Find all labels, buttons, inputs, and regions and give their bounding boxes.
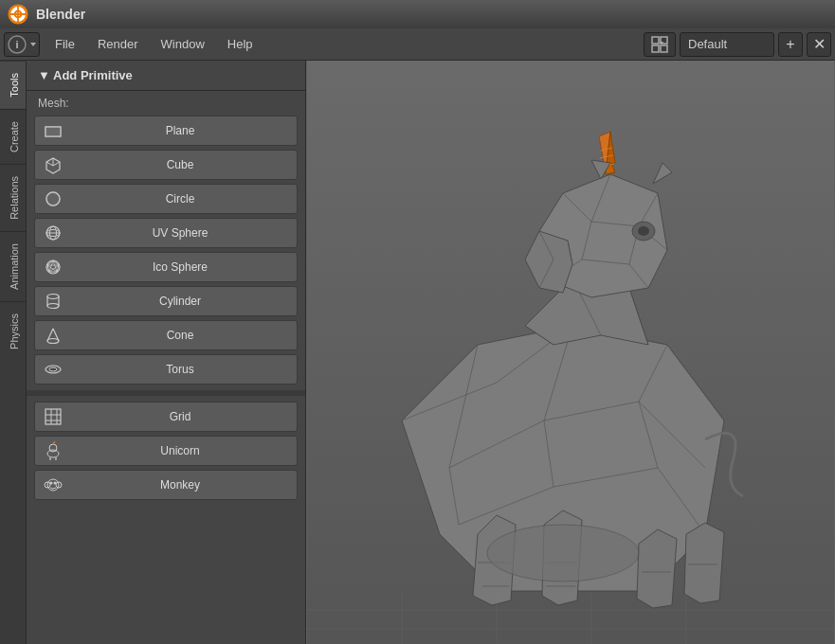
cylinder-button[interactable]: Cylinder bbox=[34, 286, 298, 316]
grid-label: Grid bbox=[71, 410, 289, 423]
circle-button[interactable]: Circle bbox=[34, 184, 298, 214]
cube-icon bbox=[43, 154, 64, 175]
layout-icon-button[interactable] bbox=[644, 32, 676, 57]
cylinder-label: Cylinder bbox=[71, 295, 289, 308]
title-bar: Blender bbox=[0, 0, 835, 28]
add-workspace-button[interactable]: + bbox=[778, 32, 803, 57]
svg-line-19 bbox=[53, 162, 60, 166]
svg-point-21 bbox=[46, 192, 60, 206]
cone-label: Cone bbox=[71, 329, 289, 342]
unicorn-button[interactable]: Unicorn bbox=[34, 436, 298, 466]
unicorn-label: Unicorn bbox=[71, 444, 289, 457]
tab-relations[interactable]: Relations bbox=[0, 164, 26, 231]
tab-create[interactable]: Create bbox=[0, 109, 26, 164]
cylinder-icon bbox=[43, 291, 64, 312]
tab-tools[interactable]: Tools bbox=[0, 61, 26, 109]
panel-title: ▼ Add Primitive bbox=[38, 68, 133, 82]
tab-strip: Tools Create Relations Animation Physics bbox=[0, 61, 27, 644]
svg-point-41 bbox=[49, 367, 57, 371]
circle-label: Circle bbox=[71, 192, 289, 206]
menu-bar: i File Render Window Help Default + ✕ bbox=[0, 28, 835, 61]
svg-rect-9 bbox=[652, 37, 659, 44]
svg-rect-11 bbox=[652, 45, 659, 52]
svg-line-18 bbox=[46, 162, 53, 166]
uvsphere-icon bbox=[43, 223, 64, 243]
monkey-button[interactable]: Monkey bbox=[34, 470, 298, 500]
plane-label: Plane bbox=[71, 124, 289, 137]
section-divider bbox=[27, 390, 305, 396]
icosphere-button[interactable]: Ico Sphere bbox=[34, 252, 298, 282]
svg-rect-15 bbox=[45, 127, 61, 136]
close-workspace-button[interactable]: ✕ bbox=[807, 32, 831, 57]
icosphere-icon bbox=[43, 257, 64, 277]
menu-help[interactable]: Help bbox=[216, 28, 264, 61]
svg-point-37 bbox=[47, 339, 59, 344]
svg-point-47 bbox=[47, 450, 59, 457]
menu-render[interactable]: Render bbox=[86, 28, 150, 61]
monkey-icon bbox=[43, 474, 64, 495]
svg-marker-8 bbox=[30, 43, 36, 46]
icosphere-label: Ico Sphere bbox=[71, 260, 289, 274]
plane-button[interactable]: Plane bbox=[34, 116, 298, 146]
tab-animation[interactable]: Animation bbox=[0, 231, 26, 301]
blender-logo-icon bbox=[8, 4, 28, 25]
cube-label: Cube bbox=[71, 158, 289, 171]
grid-icon bbox=[43, 406, 64, 427]
svg-rect-12 bbox=[661, 45, 667, 52]
torus-icon bbox=[43, 359, 64, 380]
svg-rect-5 bbox=[9, 13, 27, 15]
menu-window[interactable]: Window bbox=[150, 28, 216, 61]
left-panel: ▼ Add Primitive Mesh: Plane bbox=[27, 61, 306, 644]
svg-rect-42 bbox=[45, 409, 61, 424]
svg-point-114 bbox=[487, 525, 639, 581]
svg-point-56 bbox=[54, 482, 57, 485]
info-button[interactable]: i bbox=[4, 32, 40, 57]
svg-point-101 bbox=[638, 226, 649, 236]
cone-button[interactable]: Cone bbox=[34, 320, 298, 350]
uvsphere-label: UV Sphere bbox=[71, 226, 289, 240]
svg-marker-112 bbox=[684, 523, 724, 603]
viewport[interactable]: User Persp bbox=[306, 61, 835, 644]
workspace-selector: Default + ✕ bbox=[644, 32, 831, 57]
workspace-dropdown[interactable]: Default bbox=[680, 32, 774, 57]
svg-text:i: i bbox=[15, 39, 18, 50]
svg-point-33 bbox=[47, 295, 59, 299]
svg-marker-110 bbox=[637, 529, 677, 608]
uvsphere-button[interactable]: UV Sphere bbox=[34, 218, 298, 248]
menu-file[interactable]: File bbox=[44, 28, 86, 61]
grid-button[interactable]: Grid bbox=[34, 402, 298, 432]
cube-button[interactable]: Cube bbox=[34, 150, 298, 180]
circle-icon bbox=[43, 188, 64, 209]
torus-label: Torus bbox=[71, 363, 289, 376]
svg-line-49 bbox=[53, 441, 55, 444]
svg-point-34 bbox=[47, 304, 59, 309]
app-title: Blender bbox=[36, 7, 85, 22]
mesh-section-label: Mesh: bbox=[27, 91, 305, 114]
monkey-label: Monkey bbox=[71, 478, 289, 492]
main-layout: Tools Create Relations Animation Physics… bbox=[0, 61, 835, 644]
plane-icon bbox=[43, 120, 64, 141]
scene-viewport-svg bbox=[306, 61, 835, 644]
svg-point-48 bbox=[49, 444, 57, 452]
tab-physics[interactable]: Physics bbox=[0, 301, 26, 361]
cone-icon bbox=[43, 325, 64, 346]
panel-header: ▼ Add Primitive bbox=[27, 61, 305, 91]
torus-button[interactable]: Torus bbox=[34, 354, 298, 385]
svg-point-55 bbox=[50, 482, 53, 485]
unicorn-icon bbox=[43, 440, 64, 461]
